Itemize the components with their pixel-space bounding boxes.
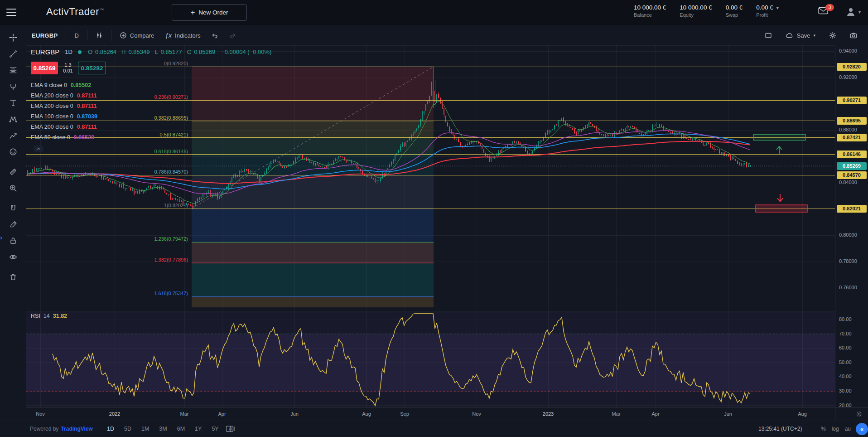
- range-button-1d[interactable]: 1D: [107, 426, 114, 432]
- range-button-1m[interactable]: 1M: [141, 426, 149, 432]
- time-label: Mar: [612, 411, 621, 417]
- ema-legend-row[interactable]: EMA 100 close 00.87039: [31, 111, 97, 121]
- legend-collapse-button[interactable]: [34, 146, 43, 152]
- arrow-up-marker: [776, 146, 782, 154]
- user-menu-button[interactable]: ▾: [845, 6, 861, 17]
- popup-icon[interactable]: [226, 425, 234, 432]
- indicators-button[interactable]: ƒx Indicators: [159, 28, 206, 43]
- fib-label: 1.618(0.75347): [154, 291, 188, 296]
- chart-toolbar: EURGBP D Compare ƒx Indicators Sa: [26, 25, 868, 46]
- ema-legend-row[interactable]: EMA 200 close 00.87111: [31, 90, 97, 101]
- scale-modes: % log au: [821, 426, 851, 432]
- change-value: −0.00004 (−0.00%): [221, 49, 271, 55]
- auto-toggle[interactable]: au: [845, 426, 851, 432]
- log-toggle[interactable]: log: [832, 426, 839, 432]
- interval-button[interactable]: D: [69, 28, 84, 43]
- undo-button[interactable]: [206, 28, 224, 43]
- xabcd-pattern-tool[interactable]: [5, 112, 21, 127]
- save-button[interactable]: Save ▾: [780, 28, 821, 43]
- drawing-mode-tool[interactable]: [5, 217, 21, 232]
- ema-name: EMA 50 close 0: [31, 134, 70, 141]
- layout-button[interactable]: [759, 28, 777, 43]
- price-label-fib: 0.90271: [837, 97, 867, 104]
- toolbar-separator: [66, 30, 66, 41]
- account-group: 0.00 €▾Profit: [756, 4, 779, 18]
- chevron-down-icon[interactable]: ▾: [776, 5, 779, 10]
- range-button-1y[interactable]: 1Y: [195, 426, 202, 432]
- rsi-legend: RSI 14 31.82: [31, 313, 67, 319]
- pitchfork-tool[interactable]: [5, 79, 21, 94]
- chart-type-button[interactable]: [90, 28, 108, 43]
- legend-interval[interactable]: 1D: [65, 49, 72, 55]
- fib-retracement-tool[interactable]: [5, 63, 21, 78]
- time-label: Apr: [651, 411, 659, 417]
- collapse-panel-fab[interactable]: «: [856, 423, 868, 435]
- account-value: 0.00 €▾: [756, 4, 779, 11]
- price-tick: 0.88000: [839, 127, 857, 132]
- stop-loss-rect: [756, 205, 807, 212]
- fx-icon: ƒx: [165, 32, 172, 39]
- menu-icon[interactable]: [6, 9, 16, 17]
- ema-legend-row[interactable]: EMA 200 close 00.87111: [31, 101, 97, 111]
- ema-value: 0.85502: [71, 82, 91, 88]
- account-label: Equity: [680, 12, 712, 18]
- measure-tool[interactable]: [5, 164, 21, 180]
- open-label: O: [88, 49, 92, 55]
- emoji-tool[interactable]: [5, 144, 21, 160]
- rsi-tick: 70.00: [839, 331, 852, 336]
- magnet-tool[interactable]: [5, 200, 21, 216]
- legend-symbol[interactable]: EURGBP: [31, 48, 59, 56]
- new-order-button[interactable]: + New Order: [172, 4, 247, 21]
- hide-all-tool[interactable]: [5, 249, 21, 265]
- range-button-6m[interactable]: 6M: [177, 426, 185, 432]
- zoom-in-tool[interactable]: [5, 180, 21, 196]
- mail-button[interactable]: 3: [818, 7, 832, 19]
- axis-corner: [835, 407, 868, 421]
- zoom-in-icon: [9, 184, 17, 192]
- remove-all-tool[interactable]: [5, 269, 21, 285]
- settings-button[interactable]: [824, 28, 842, 43]
- new-order-label: New Order: [198, 9, 228, 16]
- range-button-3m[interactable]: 3M: [159, 426, 167, 432]
- symbol-button[interactable]: EURGBP: [26, 28, 63, 43]
- buy-button[interactable]: 0.85282: [78, 62, 106, 74]
- text-tool[interactable]: [5, 95, 21, 111]
- close-label: C: [187, 49, 191, 55]
- fib-label: 0(0.92820): [164, 61, 188, 66]
- crosshair-tool[interactable]: [5, 30, 21, 45]
- projection-tool[interactable]: [5, 128, 21, 143]
- range-selector: 1D5D1M3M6M1Y5YAll: [107, 426, 235, 432]
- time-label: Mar: [180, 411, 189, 417]
- ema-value: 0.87111: [77, 103, 97, 109]
- profit-target-rect: [753, 134, 805, 140]
- lock-icon: [9, 237, 17, 245]
- time-axis[interactable]: Nov2022MarAprJunAugSepNov2023MarAprJunAu…: [26, 407, 835, 421]
- lot-value[interactable]: 0.01: [63, 68, 72, 74]
- high-value: 0.85349: [129, 49, 150, 55]
- compare-button[interactable]: Compare: [114, 28, 159, 43]
- snapshot-button[interactable]: [844, 28, 863, 43]
- brand-logo: ActivTrader™: [46, 6, 104, 18]
- text-icon: [9, 99, 17, 107]
- ema-legend-row[interactable]: EMA 200 close 00.87111: [31, 121, 97, 132]
- price-chart[interactable]: 0(0.92820)0.236(0.90271)0.382(0.88695)0.…: [26, 45, 835, 407]
- lock-all-tool[interactable]: [5, 233, 21, 248]
- clock[interactable]: 13:25:41 (UTC+2): [758, 426, 802, 432]
- ema-legend-row[interactable]: EMA 50 close 00.86528: [31, 132, 97, 142]
- ema-name: EMA 9 close 0: [31, 82, 67, 88]
- range-button-5d[interactable]: 5D: [124, 426, 131, 432]
- plus-icon: +: [190, 8, 195, 17]
- redo-button[interactable]: [224, 28, 242, 43]
- price-scale[interactable]: 0.940000.920000.880000.840000.800000.780…: [835, 45, 868, 407]
- axis-gear-icon[interactable]: [856, 411, 863, 418]
- range-button-5y[interactable]: 5Y: [212, 426, 218, 432]
- sell-button[interactable]: 0.85269: [31, 62, 58, 74]
- ema-legend-row[interactable]: EMA 9 close 00.85502: [31, 80, 97, 90]
- pitchfork-icon: [9, 83, 17, 91]
- trend-line-tool[interactable]: [5, 46, 21, 62]
- percent-toggle[interactable]: %: [821, 426, 826, 432]
- tradingview-link[interactable]: TradingView: [61, 426, 92, 432]
- panel-expand-chevron[interactable]: ›: [0, 232, 6, 242]
- gear-icon: [829, 32, 836, 39]
- powered-by: Powered byTradingView: [30, 426, 93, 432]
